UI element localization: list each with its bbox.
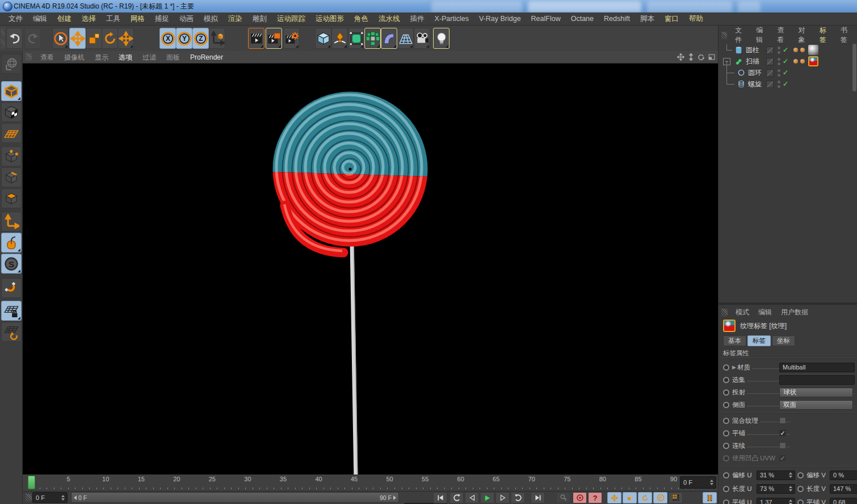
lock-workplane-button[interactable] <box>1 301 22 321</box>
material-field[interactable]: Multiball <box>779 363 855 372</box>
key-scale-toggle[interactable] <box>623 492 637 503</box>
lock-y-axis-button[interactable]: Y <box>176 28 192 49</box>
enabled-check-icon[interactable]: ✓ <box>783 57 788 65</box>
coordinate-system-button[interactable] <box>209 28 225 49</box>
camera-button[interactable] <box>414 28 430 49</box>
cloner-button[interactable] <box>364 28 381 49</box>
previous-frame-button[interactable] <box>465 492 479 503</box>
mix-textures-checkbox[interactable] <box>779 417 786 424</box>
menu-item[interactable]: X-Particles <box>430 12 474 26</box>
enable-axis-button[interactable] <box>1 212 22 232</box>
projection-dropdown[interactable]: 球状 <box>779 388 853 397</box>
goto-start-button[interactable] <box>433 492 447 503</box>
object-manager-menu-item[interactable]: 书签 <box>836 26 857 45</box>
attribute-manager-menu-item[interactable]: 模式 <box>731 308 754 317</box>
selection-field[interactable] <box>779 375 855 385</box>
object-row-cylinder[interactable]: 圆柱 ✓ <box>719 44 850 56</box>
deformer-button[interactable] <box>381 28 397 49</box>
lock-x-axis-button[interactable]: X <box>159 28 176 49</box>
object-manager-menu-item[interactable]: 标签 <box>815 26 836 45</box>
next-frame-button[interactable] <box>495 492 510 503</box>
material-tag-selected[interactable] <box>808 56 818 66</box>
expand-arrow-icon[interactable]: ▶ <box>732 364 736 370</box>
menu-item[interactable]: 运动图形 <box>310 12 349 26</box>
object-manager-handle[interactable] <box>721 32 727 39</box>
enabled-check-icon[interactable]: ✓ <box>783 46 788 54</box>
menu-item[interactable]: Octane <box>566 12 599 26</box>
visibility-dots[interactable] <box>778 58 780 65</box>
snap-button[interactable] <box>1 278 22 298</box>
render-picture-viewer-button[interactable] <box>266 28 282 49</box>
tile-checkbox[interactable]: ✓ <box>779 430 786 436</box>
edges-mode-button[interactable] <box>1 167 22 187</box>
play-button[interactable] <box>480 492 494 503</box>
phong-tag-icon[interactable] <box>793 48 798 52</box>
material-tag-gray[interactable] <box>808 45 818 55</box>
rotate-workplane-button[interactable] <box>1 322 22 342</box>
viewport-menu-item[interactable]: 选项 <box>114 51 137 64</box>
anim-dot[interactable] <box>723 418 729 424</box>
redo-button[interactable] <box>24 28 41 49</box>
viewport[interactable] <box>23 64 718 474</box>
last-tool-button[interactable] <box>117 28 134 49</box>
tiles-u-field[interactable]: 1.37 <box>757 498 795 504</box>
menu-item[interactable]: 编辑 <box>28 12 52 26</box>
offset-v-field[interactable]: 0 % <box>830 471 857 480</box>
anim-dot[interactable] <box>723 377 729 383</box>
menu-item[interactable]: 帮助 <box>684 12 708 26</box>
anim-dot[interactable] <box>723 389 729 396</box>
object-manager-menu-item[interactable]: 文件 <box>730 26 751 45</box>
phong-tag-icon[interactable] <box>793 59 798 64</box>
anim-dot[interactable] <box>723 472 729 478</box>
tag-icon[interactable] <box>800 59 805 64</box>
object-row-sweep[interactable]: − 扫描 ✓ <box>719 56 850 67</box>
texture-mode-button[interactable] <box>1 102 22 122</box>
menu-item[interactable]: 文件 <box>3 12 28 26</box>
anim-dot[interactable] <box>723 364 729 371</box>
anim-dot[interactable] <box>723 402 729 408</box>
enabled-check-icon[interactable]: ✓ <box>783 80 788 88</box>
tab-coordinates[interactable]: 坐标 <box>772 335 795 346</box>
menu-item[interactable]: 窗口 <box>659 12 684 26</box>
side-dropdown[interactable]: 双面 <box>779 400 853 410</box>
menu-item[interactable]: 模拟 <box>199 12 223 26</box>
toolbar-handle[interactable] <box>1 27 5 49</box>
attribute-manager-handle[interactable] <box>721 309 728 316</box>
menu-item[interactable]: 选择 <box>77 12 101 26</box>
floor-button[interactable] <box>397 28 414 49</box>
rotate-tool-button[interactable] <box>102 28 118 49</box>
offset-u-field[interactable]: 31 % <box>757 471 795 480</box>
workplane-mode-button[interactable] <box>1 123 22 143</box>
timeline-playhead[interactable] <box>28 476 35 489</box>
attribute-manager-menu-item[interactable]: 用户数据 <box>776 308 813 317</box>
key-position-toggle[interactable] <box>607 492 621 503</box>
object-label[interactable]: 圆环 <box>748 68 762 78</box>
viewport-menu-item[interactable]: 摄像机 <box>59 51 90 64</box>
autokey-button[interactable] <box>573 492 587 503</box>
menu-item[interactable]: 捕捉 <box>150 12 174 26</box>
keyframe-presets-button[interactable] <box>669 492 683 503</box>
tab-tag[interactable]: 标签 <box>747 335 771 346</box>
make-editable-button[interactable] <box>1 54 22 74</box>
preview-range-slider[interactable]: 0 F 90 F <box>71 492 399 503</box>
next-key-button[interactable] <box>511 492 525 503</box>
menu-item[interactable]: V-Ray Bridge <box>474 12 526 26</box>
model-mode-button[interactable] <box>1 81 22 101</box>
menu-item[interactable]: 动画 <box>174 12 199 26</box>
transport-handle[interactable] <box>26 494 32 501</box>
attribute-manager-menu-item[interactable]: 编辑 <box>754 308 776 317</box>
current-frame-field[interactable]: 0 F <box>680 476 716 489</box>
layer-chip[interactable] <box>766 81 774 88</box>
menu-item[interactable]: 运动跟踪 <box>272 12 310 26</box>
object-label[interactable]: 螺旋 <box>748 79 762 89</box>
viewport-menu-item[interactable]: 过滤 <box>137 51 161 64</box>
viewport-menu-item[interactable]: 查看 <box>35 51 59 64</box>
move-tool-button[interactable] <box>69 28 86 49</box>
layer-chip[interactable] <box>766 58 774 65</box>
menu-item[interactable]: 创建 <box>52 12 77 26</box>
anim-dot[interactable] <box>723 443 729 449</box>
lock-z-axis-button[interactable]: Z <box>192 28 209 49</box>
render-settings-button[interactable] <box>283 28 300 49</box>
range-start-field[interactable]: 0 F <box>32 492 68 503</box>
isolate-button[interactable]: S <box>1 254 22 274</box>
